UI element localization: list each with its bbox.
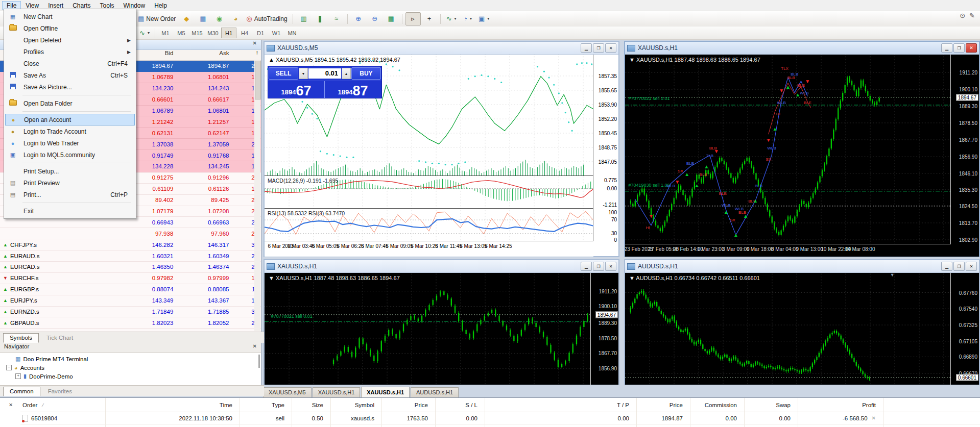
timeframe-m1[interactable]: M1: [158, 28, 173, 38]
market-watch-row[interactable]: ▼EURCHF.s0.979820.9799917: [0, 273, 261, 284]
column-header-order[interactable]: Order∕: [20, 398, 106, 412]
collapse-arrow-icon[interactable]: ▼: [269, 275, 276, 281]
crosshair-icon[interactable]: +: [422, 12, 437, 26]
market-watch-row[interactable]: ▲CHFJPY.s146.282146.31735: [0, 239, 261, 250]
restore-button[interactable]: ❐: [593, 262, 604, 271]
close-button[interactable]: ✕: [966, 262, 977, 271]
minimize-button[interactable]: ▁: [581, 262, 592, 271]
file-menu-open-deleted[interactable]: Open Deleted▶: [5, 34, 135, 46]
file-menu-exit[interactable]: Exit: [5, 205, 135, 217]
market-watch-row[interactable]: ▲EURNZD.s1.718491.7188536: [0, 307, 261, 318]
line-chart-icon[interactable]: ≈: [329, 12, 344, 26]
virtual-hosting-icon[interactable]: ▦: [195, 12, 210, 26]
chart-pane-0[interactable]: ▼: [625, 273, 951, 385]
timeframe-m5[interactable]: M5: [174, 28, 189, 38]
market-watch-row[interactable]: ▲EURAUD.s1.603211.6034928: [0, 250, 261, 262]
bar-chart-icon[interactable]: ▥: [296, 12, 312, 26]
market-watch-row[interactable]: ▲EURCAD.s1.463501.4637424: [0, 262, 261, 273]
file-menu-print-setup[interactable]: Print Setup...: [5, 165, 135, 177]
accounts-icon[interactable]: ◕: [228, 12, 243, 26]
signals-icon[interactable]: ◉: [211, 12, 227, 26]
file-menu-login-to-mql5-community[interactable]: ▣Login to MQL5.community: [5, 149, 135, 161]
templates-icon[interactable]: ▣▾: [476, 12, 492, 26]
indicators-icon[interactable]: ∿▾: [444, 12, 459, 26]
scrollbar-thumb[interactable]: [255, 61, 261, 99]
file-menu-save-as-picture[interactable]: Save As Picture...: [5, 81, 135, 93]
chart-body[interactable]: ▼ XAUUSD.s,H1 1887.48 1898.63 1886.65 18…: [265, 273, 618, 385]
file-menu-save-as[interactable]: Save AsCtrl+S: [5, 69, 135, 81]
chart-body[interactable]: ▼ AUDUSD.s,H1 0.66734 0.66742 0.66511 0.…: [625, 273, 979, 385]
close-button[interactable]: ✕: [605, 262, 616, 271]
one-click-trade-panel[interactable]: SELL▼0.01▲BUY189467189487: [268, 66, 382, 98]
nav-account-demo[interactable]: +▮DooPrime-Demo: [3, 372, 261, 381]
zoom-in-icon[interactable]: ⊕: [351, 12, 366, 26]
close-icon[interactable]: ✕: [253, 344, 257, 349]
column-header-profit[interactable]: Profit: [798, 398, 883, 412]
file-menu-login-to-trade-account[interactable]: ●Login to Trade Account: [5, 125, 135, 137]
chart-pane-0[interactable]: #70770021 sell 0.01#70419830 sell 1.00HI…: [625, 55, 951, 244]
column-header-price[interactable]: Price: [637, 398, 690, 412]
column-header-time[interactable]: Time: [106, 398, 240, 412]
order-row[interactable]: 650198042022.11.18 10:38:50sell0.50xauus…: [20, 412, 980, 424]
file-menu-new-chart[interactable]: ▦New Chart: [5, 11, 135, 22]
column-header-swap[interactable]: Swap: [745, 398, 798, 412]
edit-icon[interactable]: ✎: [969, 12, 975, 19]
market-watch-row[interactable]: ▲GBPAUD.s1.820231.8205229: [0, 317, 261, 329]
file-menu-login-to-web-trader[interactable]: ●Login to Web Trader: [5, 137, 135, 149]
chart-window-h1s[interactable]: XAUUSD.s,H1▁❐✕▼ XAUUSD.s,H1 1887.48 1898…: [264, 259, 619, 385]
timeframe-w1[interactable]: W1: [269, 28, 284, 38]
column-header-commission[interactable]: Commission: [690, 398, 745, 412]
timeframe-m15[interactable]: M15: [189, 28, 205, 38]
timeframe-h4[interactable]: H4: [237, 28, 252, 38]
chart-title-bar[interactable]: XAUUSD.s,H1▁❐✕: [625, 42, 979, 55]
chart-pane-2[interactable]: RSI(13) 58.5332 RSI(3) 63.7470: [265, 208, 593, 242]
price-axis[interactable]: 1911.201900.101894.671889.301878.501867.…: [590, 273, 618, 385]
chart-tab-1[interactable]: XAUUSD.s,H1: [313, 387, 361, 397]
cursor-icon[interactable]: ▹: [405, 12, 421, 26]
column-header-![interactable]: !: [234, 50, 261, 60]
indicator-list-button[interactable]: ∿▾: [137, 27, 152, 40]
buy-button[interactable]: BUY: [351, 67, 381, 80]
restore-button[interactable]: ❐: [593, 43, 604, 53]
chart-body[interactable]: ▲ XAUUSD.s,M5 1894.15 1895.42 1893.92 18…: [265, 55, 618, 257]
column-header-price[interactable]: Price: [382, 398, 436, 412]
chart-title-bar[interactable]: AUDUSD.s,H1▁❐✕: [625, 260, 979, 273]
close-icon[interactable]: ✕: [9, 402, 13, 408]
menu-help[interactable]: Help: [150, 1, 172, 10]
file-menu-open-offline[interactable]: Open Offline: [5, 22, 135, 34]
chart-tab-2[interactable]: XAUUSD.s,H1: [361, 387, 410, 397]
time-axis[interactable]: 23 Feb 202327 Feb 05:0028 Feb 14:001 Mar…: [625, 244, 951, 257]
column-header-tp[interactable]: T / P: [485, 398, 637, 412]
candlestick-chart-icon[interactable]: ❚: [313, 12, 328, 26]
tab-symbols[interactable]: Symbols: [3, 333, 39, 343]
minimize-button[interactable]: ▁: [581, 43, 592, 53]
timeframe-mn[interactable]: MN: [284, 28, 300, 38]
close-button[interactable]: ✕: [605, 43, 616, 53]
zoom-out-icon[interactable]: ⊖: [367, 12, 383, 26]
tab-common[interactable]: Common: [3, 387, 40, 396]
autotrading-button[interactable]: ◎AutoTrading: [244, 12, 289, 26]
column-header-size[interactable]: Size: [292, 398, 331, 412]
order-row[interactable]: 704198302022.11.18 10:38:50sell1.00xauus…: [20, 424, 980, 427]
price-axis[interactable]: 1857.351855.651853.901852.201850.451848.…: [593, 55, 618, 241]
file-menu-profiles[interactable]: Profiles▶: [5, 46, 135, 58]
tree-expander[interactable]: −: [6, 365, 12, 370]
market-watch-row[interactable]: ▲EURGBP.s0.880740.8808511: [0, 284, 261, 295]
column-header-symbol[interactable]: Symbol: [331, 398, 382, 412]
minimize-button[interactable]: ▁: [941, 262, 952, 271]
collapse-arrow-icon[interactable]: ▼: [629, 275, 636, 281]
file-menu-print-preview[interactable]: ▤Print Preview: [5, 177, 135, 189]
tab-favorites[interactable]: Favorites: [41, 387, 79, 396]
collapse-arrow-icon[interactable]: ▼: [629, 57, 636, 63]
market-watch-scrollbar[interactable]: [254, 60, 260, 331]
time-axis[interactable]: 6 Mar 20236 Mar 03:456 Mar 05:056 Mar 06…: [265, 241, 593, 257]
chart-pane-0[interactable]: #70770021 sell 0.01: [265, 273, 591, 385]
minimize-button[interactable]: ▁: [941, 43, 952, 53]
timeframe-m30[interactable]: M30: [205, 28, 221, 38]
column-header-ask[interactable]: Ask: [178, 50, 234, 60]
file-menu-open-an-account[interactable]: ●Open an Account: [5, 114, 135, 125]
chart-window-m5[interactable]: XAUUSD.s,M5▁❐✕▲ XAUUSD.s,M5 1894.15 1895…: [264, 41, 619, 257]
chart-tab-0[interactable]: XAUUSD.s,M5: [263, 387, 312, 397]
chart-tab-3[interactable]: AUDUSD.s,H1: [411, 387, 459, 397]
lot-increase-button[interactable]: ▲: [342, 68, 351, 79]
